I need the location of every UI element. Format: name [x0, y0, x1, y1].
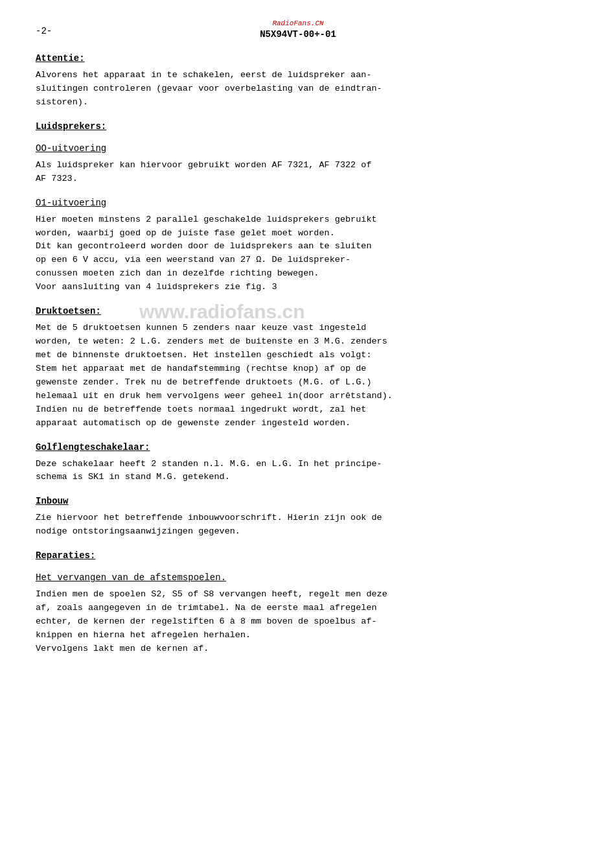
section-reparaties: Reparaties: [36, 550, 560, 561]
section-title-oo-uitvoering: OO-uitvoering [36, 143, 560, 154]
section-luidsprekers: Luidsprekers: [36, 121, 560, 132]
section-body-druktoetsen: Met de 5 druktoetsen kunnen 5 zenders na… [36, 322, 560, 430]
section-body-oo-uitvoering: Als luidspreker kan hiervoor gebruikt wo… [36, 159, 560, 186]
section-vervangen-spoelen: Het vervangen van de afstemspoelen.Indie… [36, 572, 560, 656]
section-druktoetsen: Druktoetsen:www.radiofans.cnMet de 5 dru… [36, 306, 560, 430]
section-title-inbouw: Inbouw [36, 496, 560, 506]
section-body-o1-uitvoering: Hier moeten minstens 2 parallel geschake… [36, 213, 560, 295]
site-label: RadioFans.CN [36, 19, 560, 27]
section-oo-uitvoering: OO-uitvoeringAls luidspreker kan hiervoo… [36, 143, 560, 186]
section-body-attentie: Alvorens het apparaat in te schakelen, e… [36, 69, 560, 110]
section-body-vervangen-spoelen: Indien men de spoelen S2, S5 of S8 verva… [36, 588, 560, 656]
doc-id: N5X94VT-00+-01 [260, 29, 336, 40]
section-golflengteschakelaar: Golflengteschakelaar:Deze schakelaar hee… [36, 442, 560, 485]
section-title-luidsprekers: Luidsprekers: [36, 121, 560, 132]
section-o1-uitvoering: O1-uitvoeringHier moeten minstens 2 para… [36, 198, 560, 295]
section-body-golflengteschakelaar: Deze schakelaar heeft 2 standen n.l. M.G… [36, 458, 560, 485]
page-number: -2- [36, 26, 52, 36]
section-title-o1-uitvoering: O1-uitvoering [36, 198, 560, 208]
section-title-attentie: Attentie: [36, 53, 560, 64]
section-title-golflengteschakelaar: Golflengteschakelaar: [36, 442, 560, 452]
section-attentie: Attentie:Alvorens het apparaat in te sch… [36, 53, 560, 110]
section-title-vervangen-spoelen: Het vervangen van de afstemspoelen. [36, 572, 560, 583]
section-body-inbouw: Zie hiervoor het betreffende inbouwvoors… [36, 511, 560, 539]
section-title-reparaties: Reparaties: [36, 550, 560, 561]
page-header: -2- RadioFans.CN N5X94VT-00+-01 [36, 19, 560, 40]
section-title-druktoetsen: Druktoetsen: [36, 306, 560, 316]
page-container: -2- RadioFans.CN N5X94VT-00+-01 Attentie… [0, 0, 596, 868]
section-inbouw: InbouwZie hiervoor het betreffende inbou… [36, 496, 560, 539]
sections-container: Attentie:Alvorens het apparaat in te sch… [36, 53, 560, 656]
